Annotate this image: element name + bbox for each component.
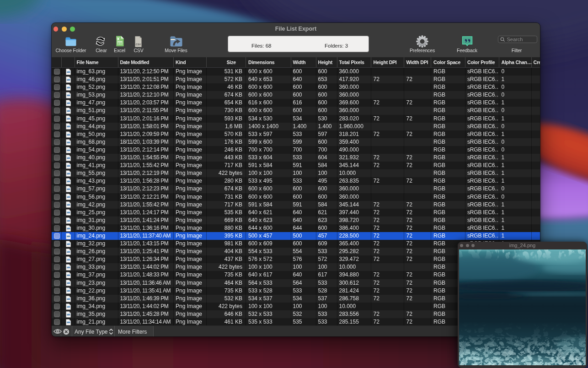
svg-text:CSV: CSV (136, 43, 141, 45)
